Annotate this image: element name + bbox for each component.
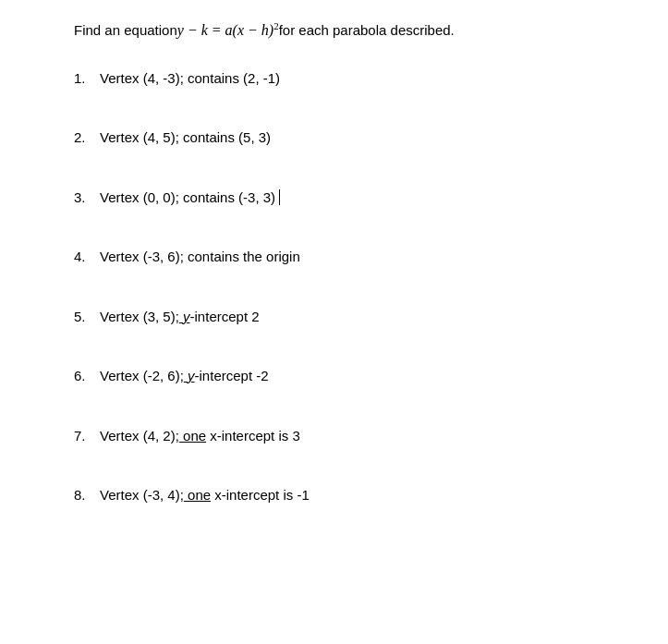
- problem-number: 2.: [74, 129, 100, 145]
- problem-number: 8.: [74, 487, 100, 503]
- list-item: 4. Vertex (-3, 6); contains the origin: [74, 247, 613, 268]
- problem-text: Vertex (4, -3); contains (2, -1): [100, 68, 280, 90]
- list-item: 2. Vertex (4, 5); contains (5, 3): [74, 128, 613, 149]
- problem-number: 7.: [74, 428, 100, 444]
- list-item: 5. Vertex (3, 5); y-intercept 2: [74, 307, 613, 328]
- header-prefix: Find an equation: [74, 19, 177, 42]
- problem-list: 1. Vertex (4, -3); contains (2, -1) 2. V…: [74, 68, 613, 506]
- problem-text: Vertex (4, 2); one x-intercept is 3: [100, 426, 300, 447]
- problem-number: 6.: [74, 368, 100, 383]
- list-item: 3. Vertex (0, 0); contains (-3, 3): [74, 188, 613, 209]
- problem-text: Vertex (-3, 6); contains the origin: [100, 247, 300, 268]
- list-item: 8. Vertex (-3, 4); one x-intercept is -1: [74, 485, 613, 506]
- problem-text: Vertex (0, 0); contains (-3, 3): [100, 188, 280, 209]
- problem-text: Vertex (-2, 6); y-intercept -2: [100, 366, 269, 387]
- problem-number: 1.: [74, 70, 100, 86]
- problem-text: Vertex (-3, 4); one x-intercept is -1: [100, 485, 310, 506]
- header-suffix: for each parabola described.: [279, 19, 455, 42]
- problem-number: 3.: [74, 189, 100, 205]
- list-item: 1. Vertex (4, -3); contains (2, -1): [74, 68, 613, 90]
- formula: y − k = a(x − h)2: [177, 18, 279, 43]
- text-cursor: [275, 189, 280, 205]
- problem-text: Vertex (4, 5); contains (5, 3): [100, 128, 271, 149]
- problem-number: 5.: [74, 309, 100, 324]
- problem-text: Vertex (3, 5); y-intercept 2: [100, 307, 260, 328]
- header-line: Find an equation y − k = a(x − h)2 for e…: [74, 18, 613, 43]
- list-item: 7. Vertex (4, 2); one x-intercept is 3: [74, 426, 613, 447]
- list-item: 6. Vertex (-2, 6); y-intercept -2: [74, 366, 613, 387]
- problem-number: 4.: [74, 249, 100, 264]
